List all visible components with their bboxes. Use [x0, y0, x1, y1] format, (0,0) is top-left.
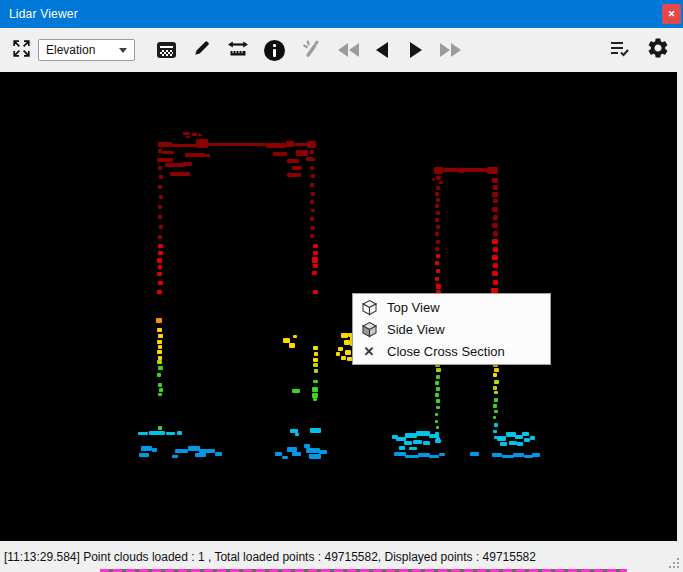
info-icon: [264, 40, 285, 61]
window-close-button[interactable]: ✕: [662, 4, 681, 24]
previous-frame-button[interactable]: [367, 33, 397, 67]
chevron-down-icon: [119, 48, 127, 53]
rewind-icon: [338, 43, 359, 57]
expand-view-button[interactable]: [8, 33, 34, 67]
menu-item-label: Side View: [387, 322, 445, 337]
measure-ruler-icon: [227, 39, 249, 61]
color-lut-button[interactable]: [151, 33, 181, 67]
gear-icon: [646, 36, 670, 64]
magic-wand-icon: [301, 39, 319, 61]
play-button[interactable]: [401, 33, 431, 67]
cube-side-icon: [360, 321, 378, 338]
window-close-icon: ✕: [668, 9, 676, 19]
measure-button[interactable]: [223, 33, 253, 67]
settings-button[interactable]: [643, 33, 673, 67]
lidar-viewer-window: Lidar Viewer ✕ Elevation: [0, 0, 683, 572]
rewind-button[interactable]: [333, 33, 363, 67]
layer-list-button[interactable]: [605, 33, 635, 67]
titlebar: Lidar Viewer ✕: [0, 0, 683, 28]
point-cloud-canvas[interactable]: Top View Side View ✕ Close Cross Section: [0, 72, 677, 541]
menu-item-close-cross-section[interactable]: ✕ Close Cross Section: [353, 340, 550, 362]
expand-icon: [13, 40, 30, 61]
menu-item-label: Top View: [387, 300, 440, 315]
menu-item-label: Close Cross Section: [387, 344, 505, 359]
edit-points-button[interactable]: [295, 33, 325, 67]
pencil-icon: [193, 39, 211, 61]
status-text: [11:13:29.584] Point clouds loaded : 1 ,…: [4, 550, 536, 564]
previous-icon: [376, 42, 388, 58]
elevation-dropdown-value: Elevation: [46, 43, 95, 57]
context-menu: Top View Side View ✕ Close Cross Section: [352, 293, 551, 365]
play-icon: [410, 42, 422, 58]
statusbar: [11:13:29.584] Point clouds loaded : 1 ,…: [0, 541, 683, 572]
resize-grip-icon[interactable]: [667, 556, 683, 572]
menu-item-top-view[interactable]: Top View: [353, 296, 550, 318]
cube-top-icon: [360, 299, 378, 316]
elevation-dropdown[interactable]: Elevation: [38, 39, 135, 61]
menu-item-side-view[interactable]: Side View: [353, 318, 550, 340]
playlist-check-icon: [609, 39, 631, 61]
draw-button[interactable]: [187, 33, 217, 67]
lut-grid-icon: [157, 42, 176, 58]
toolbar: Elevation: [0, 28, 683, 72]
close-x-icon: ✕: [360, 343, 378, 360]
fast-forward-button[interactable]: [435, 33, 465, 67]
info-button[interactable]: [259, 33, 289, 67]
fast-forward-icon: [440, 43, 461, 57]
window-title: Lidar Viewer: [0, 7, 78, 21]
